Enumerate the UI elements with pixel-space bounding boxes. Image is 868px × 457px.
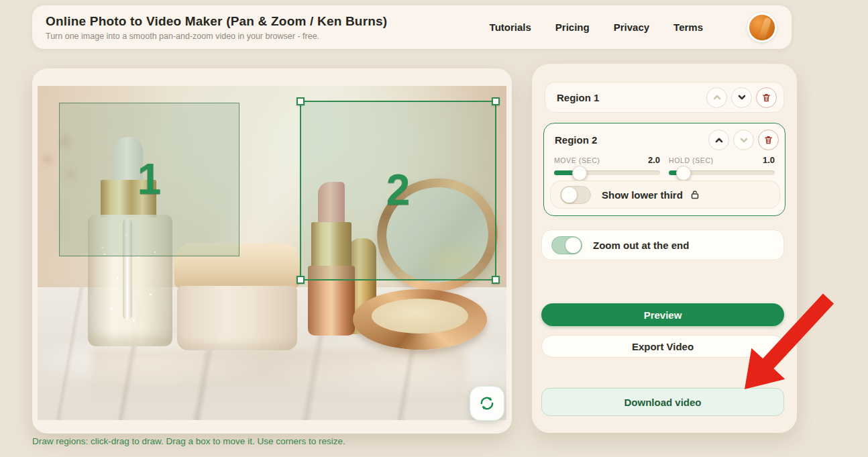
- app-header: Online Photo to Video Maker (Pan & Zoom …: [32, 5, 792, 49]
- trash-icon: [761, 93, 771, 103]
- photo-cream-jar: [177, 286, 297, 350]
- show-lower-third-toggle[interactable]: [560, 186, 591, 204]
- move-sec-slider[interactable]: [554, 170, 660, 175]
- resize-handle-bottom-right[interactable]: [492, 276, 500, 284]
- photo-preview[interactable]: 1 2: [38, 86, 506, 420]
- hold-sec-slider-knob[interactable]: [676, 166, 691, 181]
- region-1-move-up-button[interactable]: [706, 87, 727, 108]
- zoom-out-row: Zoom out at the end: [541, 230, 784, 260]
- region-1-title: Region 1: [557, 92, 706, 103]
- region-2-move-down-button[interactable]: [733, 130, 754, 150]
- nav-pricing[interactable]: Pricing: [555, 21, 590, 33]
- reset-regions-button[interactable]: [470, 386, 504, 421]
- main-nav: Tutorials Pricing Privacy Terms: [490, 13, 792, 42]
- hold-sec-value: 1.0: [763, 155, 775, 165]
- show-lower-third-label: Show lower third: [602, 189, 683, 201]
- zoom-out-toggle[interactable]: [551, 236, 582, 254]
- avatar[interactable]: [747, 13, 777, 42]
- page-title: Online Photo to Video Maker (Pan & Zoom …: [46, 14, 490, 29]
- page-subtitle: Turn one image into a smooth pan-and-zoo…: [46, 32, 490, 41]
- region-1-delete-button[interactable]: [756, 87, 777, 108]
- nav-tutorials[interactable]: Tutorials: [490, 21, 531, 33]
- editor-canvas-card: 1 2: [32, 68, 512, 434]
- photo-reflection: [91, 349, 467, 409]
- move-sec-label: MOVE (SEC): [554, 156, 600, 164]
- resize-handle-bottom-left[interactable]: [296, 276, 305, 284]
- regions-panel: Region 1 Region 2: [532, 64, 797, 433]
- zoom-out-label: Zoom out at the end: [593, 240, 689, 251]
- lower-third-row: Show lower third: [550, 181, 780, 209]
- move-sec-value: 2.0: [648, 155, 660, 165]
- resize-handle-top-right[interactable]: [492, 97, 500, 105]
- photo-powder-compact: [353, 289, 487, 350]
- nav-privacy[interactable]: Privacy: [614, 21, 649, 33]
- region-2-title: Region 2: [555, 134, 708, 146]
- region-2-card[interactable]: Region 2 MOVE (SEC): [543, 123, 785, 216]
- hold-sec-label: HOLD (SEC): [669, 156, 714, 164]
- move-sec-slider-knob[interactable]: [572, 166, 587, 181]
- trash-icon: [763, 135, 773, 145]
- nav-terms[interactable]: Terms: [673, 21, 703, 33]
- export-video-button[interactable]: Export Video: [541, 335, 784, 358]
- region-2-delete-button[interactable]: [758, 130, 779, 150]
- region-1-move-down-button[interactable]: [731, 87, 752, 108]
- region-box-2[interactable]: 2: [300, 101, 496, 281]
- hold-sec-slider[interactable]: [669, 170, 775, 175]
- preview-button[interactable]: Preview: [541, 303, 784, 326]
- region-2-move-up-button[interactable]: [708, 130, 729, 150]
- resize-handle-top-left[interactable]: [296, 97, 305, 105]
- region-2-number: 2: [386, 168, 411, 211]
- draw-regions-hint: Draw regions: click-drag to draw. Drag a…: [32, 436, 345, 446]
- region-box-1[interactable]: 1: [59, 103, 239, 256]
- refresh-icon: [478, 395, 496, 412]
- region-1-card[interactable]: Region 1: [545, 82, 784, 113]
- download-video-button[interactable]: Download video: [541, 388, 784, 416]
- lock-icon: [690, 189, 700, 200]
- region-1-number: 1: [138, 157, 162, 200]
